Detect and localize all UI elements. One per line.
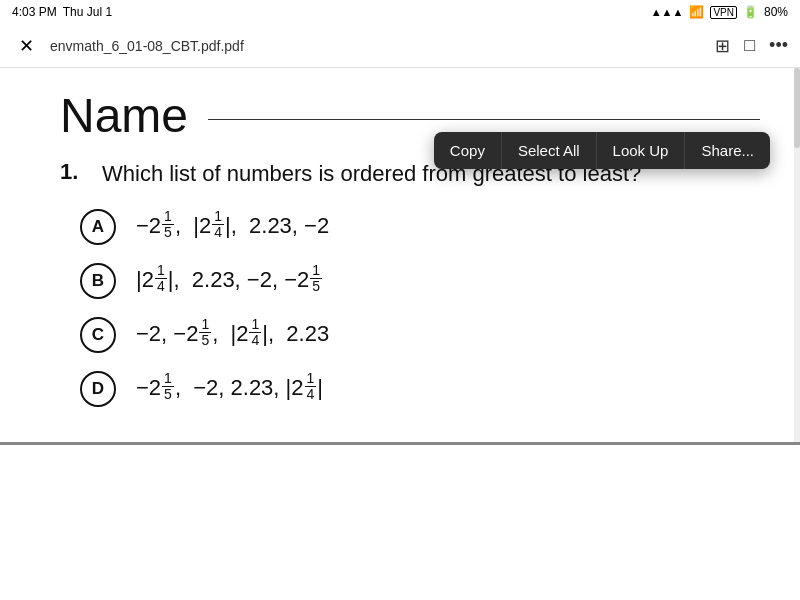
wifi-icon: 📶	[689, 5, 704, 19]
question-area: 1. Which list of numbers is ordered from…	[60, 159, 760, 407]
signal-icon: ▲▲▲	[651, 6, 684, 18]
bottom-rule	[0, 442, 800, 445]
battery-level: 80%	[764, 5, 788, 19]
name-label: Name	[60, 88, 188, 143]
search-icon[interactable]: ⊞	[715, 35, 730, 57]
status-left: 4:03 PM Thu Jul 1	[12, 5, 112, 19]
option-c-circle: C	[80, 317, 116, 353]
battery-icon: 🔋	[743, 5, 758, 19]
option-c[interactable]: C −2, −215, |214|, 2.23	[80, 317, 760, 353]
vod-icon: VPN	[710, 6, 737, 19]
scrollbar-track[interactable]	[794, 68, 800, 445]
option-a-text: −215, |214|, 2.23, −2	[136, 211, 329, 243]
document-title: envmath_6_01-08_CBT.pdf.pdf	[50, 38, 705, 54]
more-icon[interactable]: •••	[769, 35, 788, 56]
option-b[interactable]: B |214|, 2.23, −2, −215	[80, 263, 760, 299]
nav-icons: ⊞ □ •••	[715, 35, 788, 57]
select-all-button[interactable]: Select All	[502, 132, 597, 169]
day-display: Thu Jul 1	[63, 5, 112, 19]
status-right: ▲▲▲ 📶 VPN 🔋 80%	[651, 5, 788, 19]
status-bar: 4:03 PM Thu Jul 1 ▲▲▲ 📶 VPN 🔋 80%	[0, 0, 800, 24]
close-button[interactable]: ✕	[12, 35, 40, 57]
context-menu: Copy Select All Look Up Share...	[434, 132, 770, 169]
share-button[interactable]: Share...	[685, 132, 770, 169]
name-line	[208, 119, 760, 120]
option-a-circle: A	[80, 209, 116, 245]
question-number: 1.	[60, 159, 90, 185]
nav-bar: ✕ envmath_6_01-08_CBT.pdf.pdf ⊞ □ •••	[0, 24, 800, 68]
annotation-icon[interactable]: □	[744, 35, 755, 56]
look-up-button[interactable]: Look Up	[597, 132, 686, 169]
option-a[interactable]: A −215, |214|, 2.23, −2	[80, 209, 760, 245]
option-d[interactable]: D −215, −2, 2.23, |214|	[80, 371, 760, 407]
option-b-text: |214|, 2.23, −2, −215	[136, 265, 323, 297]
option-d-text: −215, −2, 2.23, |214|	[136, 373, 323, 405]
option-c-text: −2, −215, |214|, 2.23	[136, 319, 329, 351]
option-d-circle: D	[80, 371, 116, 407]
pdf-content: Name Copy Select All Look Up Share... 1.…	[0, 68, 800, 445]
options-list: A −215, |214|, 2.23, −2 B |214|, 2.23, −…	[80, 209, 760, 407]
scrollbar-thumb[interactable]	[794, 68, 800, 148]
option-b-circle: B	[80, 263, 116, 299]
time-display: 4:03 PM	[12, 5, 57, 19]
copy-button[interactable]: Copy	[434, 132, 502, 169]
